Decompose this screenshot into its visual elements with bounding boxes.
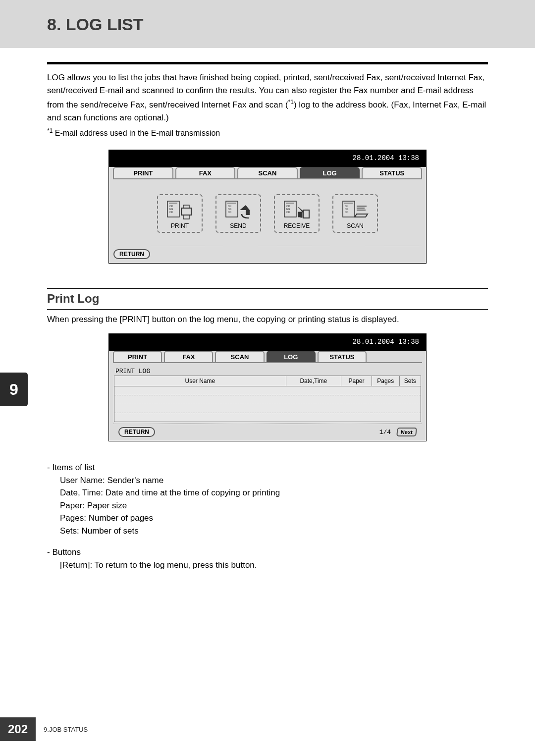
divider-rule (47, 62, 488, 64)
log-scan-button[interactable]: OK NG OK SCAN (332, 194, 378, 233)
section-intro: When pressing the [PRINT] button on the … (47, 315, 488, 324)
tab-scan-2[interactable]: SCAN (215, 351, 264, 362)
svg-rect-18 (303, 210, 309, 218)
screenshot-2-container: 28.01.2004 13:38 PRINT FAX SCAN LOG STAT… (47, 333, 488, 441)
log-receive-button[interactable]: OK NG OK RECEIVE (274, 194, 320, 233)
scan-icon: OK NG OK (335, 199, 375, 221)
tab-fax-2[interactable]: FAX (164, 351, 213, 362)
tab-print[interactable]: PRINT (113, 167, 173, 178)
log-icons-area: OK NG OK PRINT (109, 179, 426, 246)
items-of-list-section: - Items of list User Name: Sender's name… (47, 461, 488, 537)
table-row (114, 395, 421, 404)
items-heading: - Items of list (47, 461, 488, 474)
screen-datetime-2: 28.01.2004 13:38 (353, 338, 419, 346)
col-pages: Pages (372, 376, 399, 386)
log-scan-label: SCAN (335, 222, 375, 229)
svg-text:OK: OK (345, 211, 349, 214)
footnote: *1 E-mail address used in the E-mail tra… (47, 127, 488, 138)
item-sets: Sets: Number of sets (60, 525, 488, 538)
log-send-label: SEND (218, 222, 258, 229)
footnote-text: E-mail address used in the E-mail transm… (53, 129, 220, 137)
tab-row-2: PRINT FAX SCAN LOG STATUS (109, 351, 426, 362)
tab-fax[interactable]: FAX (175, 167, 236, 178)
screen-frame: 28.01.2004 13:38 PRINT FAX SCAN LOG STAT… (108, 150, 427, 264)
tab-print-2[interactable]: PRINT (113, 351, 162, 362)
log-receive-label: RECEIVE (277, 222, 317, 229)
tab-status[interactable]: STATUS (362, 167, 422, 178)
page-footer: 202 9.JOB STATUS (0, 717, 88, 741)
col-user-name: User Name (114, 376, 286, 386)
tab-row: PRINT FAX SCAN LOG STATUS (109, 167, 426, 178)
next-button[interactable]: Next (396, 428, 417, 436)
chapter-tab: 9 (0, 373, 28, 406)
print-icon: OK NG OK (160, 199, 200, 221)
button-return-desc: [Return]: To return to the log menu, pre… (60, 559, 488, 572)
page-title: 8. LOG LIST (47, 15, 500, 34)
col-datetime: Date,Time (286, 376, 341, 386)
tab-log[interactable]: LOG (300, 167, 360, 178)
print-log-body: PRINT LOG User Name Date,Time Paper Page… (109, 363, 426, 422)
screen-frame-2: 28.01.2004 13:38 PRINT FAX SCAN LOG STAT… (108, 333, 427, 441)
print-log-table: User Name Date,Time Paper Pages Sets (114, 376, 421, 422)
return-button[interactable]: RETURN (113, 249, 150, 259)
chapter-number: 9 (9, 380, 18, 399)
log-send-button[interactable]: OK NG OK SEND (215, 194, 261, 233)
screenshot-1-container: 28.01.2004 13:38 PRINT FAX SCAN LOG STAT… (47, 150, 488, 264)
table-row (114, 413, 421, 422)
svg-text:OK: OK (286, 211, 290, 214)
footer-label: 9.JOB STATUS (44, 726, 88, 733)
footnote-sup: *1 (47, 127, 53, 134)
section-heading: Print Log (47, 292, 488, 306)
table-row (114, 386, 421, 395)
footer-page-number: 202 (0, 717, 36, 741)
screen-bottom-row: RETURN 1/4 Next (113, 424, 422, 441)
tab-status-2[interactable]: STATUS (318, 351, 367, 362)
item-user-name: User Name: Sender's name (60, 474, 488, 487)
buttons-section: - Buttons [Return]: To return to the log… (47, 546, 488, 571)
svg-rect-7 (183, 215, 189, 219)
return-button-2[interactable]: RETURN (118, 427, 155, 437)
col-paper: Paper (341, 376, 372, 386)
table-row (114, 404, 421, 413)
intro-paragraph: LOG allows you to list the jobs that hav… (47, 71, 488, 124)
intro-sup: *1 (288, 99, 294, 106)
screen-datetime: 28.01.2004 13:38 (353, 154, 419, 162)
section-heading-box: Print Log (47, 288, 488, 310)
title-banner: 8. LOG LIST (0, 0, 535, 48)
page-counter: 1/4 (379, 429, 391, 436)
tab-log-2[interactable]: LOG (267, 351, 316, 362)
item-paper: Paper: Paper size (60, 499, 488, 512)
buttons-heading: - Buttons (47, 546, 488, 559)
svg-text:OK: OK (228, 211, 232, 214)
print-log-subtitle: PRINT LOG (114, 366, 421, 376)
send-icon: OK NG OK (218, 199, 258, 221)
receive-icon: OK NG OK (277, 199, 317, 221)
log-print-button[interactable]: OK NG OK PRINT (157, 194, 203, 233)
screen-divider (113, 246, 422, 246)
log-print-label: PRINT (160, 222, 200, 229)
svg-text:OK: OK (169, 211, 173, 214)
svg-rect-5 (181, 208, 191, 215)
item-pages: Pages: Number of pages (60, 512, 488, 525)
col-sets: Sets (399, 376, 421, 386)
item-date-time: Date, Time: Date and time at the time of… (60, 486, 488, 499)
tab-scan[interactable]: SCAN (237, 167, 298, 178)
